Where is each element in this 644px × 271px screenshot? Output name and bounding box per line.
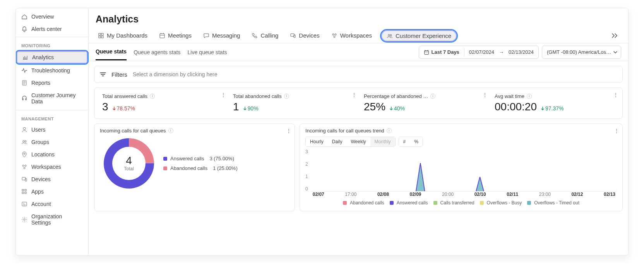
incoming-calls-donut-card: Incoming calls for call queues i ⋮ 4 Tot… [94,123,295,211]
info-icon[interactable]: i [168,128,173,133]
sidebar-item-alerts-center[interactable]: Alerts center [16,23,88,35]
kpi-menu[interactable]: ⋮ [613,92,618,98]
legend-item: Overflows - Timed out [527,200,579,206]
card-row: Incoming calls for call queues i ⋮ 4 Tot… [94,123,623,211]
sidebar-item-label: Workspaces [31,164,61,170]
donut-center: 4 Total [104,138,154,189]
mode-#[interactable]: # [399,137,410,146]
granularity-monthly: Monthly [370,137,395,146]
sidebar-item-account[interactable]: Account [16,198,88,210]
sidebar-item-reports[interactable]: Reports [16,77,88,89]
sidebar-item-label: Alerts center [31,26,62,32]
legend-label: Answered calls [170,156,204,161]
sidebar-item-analytics[interactable]: Analytics [17,51,87,63]
tab-meetings[interactable]: Meetings [157,29,194,43]
account-icon [21,201,27,207]
svg-point-25 [334,36,335,38]
kpi-value: 00:00:20 [495,101,537,113]
sidebar-item-label: Apps [31,189,44,195]
users-icon [387,33,393,39]
date-start: 02/07/2024 [469,49,494,55]
date-range-label: Last 7 Days [432,49,459,55]
sidebar-item-users[interactable]: Users [16,123,88,136]
legend-item: Answered calls [390,200,428,206]
subtab-queue-stats[interactable]: Queue stats [96,44,127,60]
kpi-delta: 40% [389,105,405,111]
headset-icon [21,95,27,101]
sidebar-top: OverviewAlerts center [16,8,88,37]
info-icon[interactable]: i [387,128,392,133]
svg-rect-17 [101,33,103,35]
legend-item: Abandoned calls [343,200,384,206]
card-title: Incoming calls for call queues [100,128,166,134]
tab-label: Customer Experience [396,33,451,39]
legend-label: Answered calls [397,200,428,206]
kpi-label: Avg wait time [495,93,524,99]
sidebar-item-troubleshooting[interactable]: Troubleshooting [16,64,88,77]
info-icon[interactable]: i [527,94,532,99]
svg-rect-14 [22,202,27,206]
legend-swatch [480,201,484,205]
kpi-menu[interactable]: ⋮ [482,92,487,98]
tab-label: Calling [260,32,278,39]
granularity-hourly[interactable]: Hourly [306,137,328,146]
svg-point-5 [22,165,24,166]
sidebar-item-customer-journey-data[interactable]: Customer Journey Data [16,89,88,108]
user-icon [21,127,27,133]
filters-bar[interactable]: Filters Select a dimension by clicking h… [94,66,623,83]
workspaces-icon [21,164,27,170]
kpi-menu[interactable]: ⋮ [221,92,225,98]
sidebar-item-label: Users [31,127,46,133]
tabs-overflow[interactable] [610,31,621,41]
sidebar-item-label: Locations [31,151,55,158]
kpi-value: 25% [364,101,385,113]
tab-customer-experience[interactable]: Customer Experience [381,30,457,41]
tab-workspaces[interactable]: Workspaces [329,29,374,43]
sidebar-item-overview[interactable]: Overview [16,10,88,23]
svg-rect-12 [22,192,24,194]
tab-messaging[interactable]: Messaging [201,29,243,43]
legend-label: Abandoned calls [170,165,207,171]
legend-swatch [527,201,531,205]
svg-rect-20 [160,34,164,38]
mode-%[interactable]: % [410,137,423,146]
info-icon[interactable]: i [430,94,435,99]
legend-label: Abandoned calls [350,200,384,206]
info-icon[interactable]: i [150,94,155,99]
info-icon[interactable]: i [284,94,289,99]
svg-rect-19 [101,36,103,38]
sidebar-item-apps[interactable]: Apps [16,185,88,198]
subtab-queue-agents-stats[interactable]: Queue agents stats [134,45,180,60]
svg-point-3 [25,141,26,142]
tab-devices[interactable]: Devices [288,29,322,43]
tab-calling[interactable]: Calling [249,29,281,43]
sidebar-section-label: MONITORING [16,37,88,50]
subtab-live-queue-stats[interactable]: Live queue stats [188,45,227,60]
timezone-picker[interactable]: (GMT -08:00) America/Los … [542,46,621,59]
main: Analytics My DashboardsMeetingsMessaging… [89,8,628,255]
grid-icon [98,33,104,39]
sidebar-item-workspaces[interactable]: Workspaces [16,161,88,173]
x-tick: 02/11 [507,192,518,197]
y-tick: 2 [305,161,308,167]
legend-item: Overflows - Busy [480,200,522,206]
legend-item: Calls transferred [433,200,474,206]
sidebar-item-organization-settings[interactable]: Organization Settings [16,210,88,229]
granularity-daily[interactable]: Daily [328,137,347,146]
chevron-down-icon [613,50,618,55]
date-range-picker[interactable]: Last 7 Days 02/07/2024 → 02/13/2024 [419,46,539,59]
legend-label: Overflows - Timed out [534,200,579,206]
granularity-weekly[interactable]: Weekly [346,137,370,146]
sidebar-item-devices[interactable]: Devices [16,173,88,185]
sidebar-item-groups[interactable]: Groups [16,136,88,148]
tab-my-dashboards[interactable]: My Dashboards [96,29,150,43]
kpi-menu[interactable]: ⋮ [351,92,356,98]
sidebar-item-label: Devices [31,176,51,182]
chat-icon [203,33,209,39]
sidebar-item-locations[interactable]: Locations [16,148,88,161]
card-menu[interactable]: ⋮ [614,128,618,134]
kpi-value: 1 [233,101,239,113]
card-menu[interactable]: ⋮ [286,128,291,134]
x-tick: 02/07 [313,192,324,197]
gear-icon [21,216,27,223]
